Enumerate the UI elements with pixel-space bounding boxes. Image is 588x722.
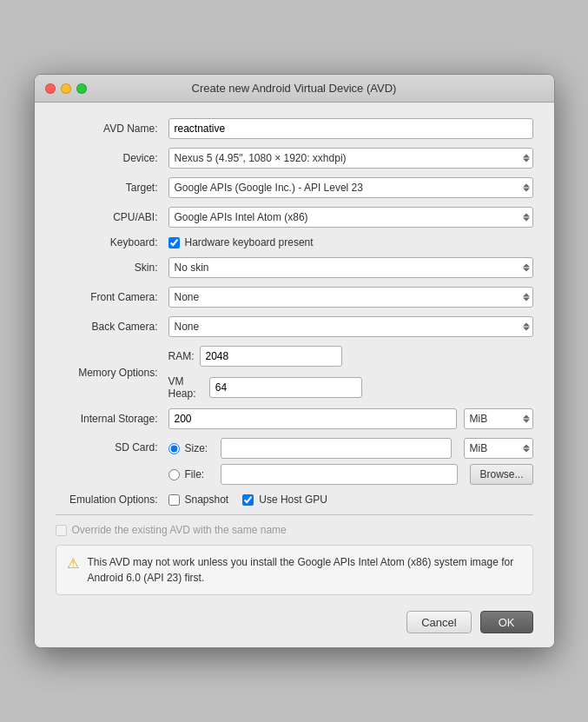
ram-input[interactable]	[200, 346, 342, 367]
device-select[interactable]: Nexus 5 (4.95", 1080 × 1920: xxhdpi)	[168, 148, 533, 169]
sdcard-file-input[interactable]	[221, 464, 459, 485]
internal-storage-input[interactable]	[168, 408, 457, 429]
keyboard-option-label: Hardware keyboard present	[185, 236, 314, 248]
storage-unit-wrapper: MiB	[464, 408, 533, 429]
front-camera-control: None	[168, 287, 533, 308]
sdcard-unit-wrapper: MiB	[464, 438, 533, 459]
traffic-lights	[45, 83, 87, 94]
front-camera-row: Front Camera: None	[56, 287, 533, 308]
sdcard-size-radio[interactable]	[168, 443, 180, 454]
minimize-button[interactable]	[61, 83, 71, 94]
sdcard-options: Size: MiB	[168, 438, 533, 485]
divider	[56, 514, 533, 515]
snapshot-row: Snapshot	[168, 493, 229, 506]
keyboard-row: Keyboard: Hardware keyboard present	[56, 236, 533, 248]
storage-unit-select[interactable]: MiB	[464, 408, 533, 429]
sdcard-control: Size: MiB	[168, 438, 533, 485]
skin-control: No skin	[168, 257, 533, 278]
sdcard-file-label: File:	[185, 468, 215, 480]
snapshot-checkbox[interactable]	[168, 494, 180, 506]
cancel-button[interactable]: Cancel	[406, 611, 471, 633]
target-control: Google APIs (Google Inc.) - API Level 23	[168, 177, 533, 198]
device-control: Nexus 5 (4.95", 1080 × 1920: xxhdpi)	[168, 148, 533, 169]
emulation-row: Emulation Options: Snapshot Use Host GPU	[56, 493, 533, 506]
memory-options-label: Memory Options:	[56, 367, 168, 379]
warning-icon: ⚠	[67, 555, 79, 586]
use-host-gpu-checkbox[interactable]	[242, 494, 254, 506]
maximize-button[interactable]	[76, 83, 87, 94]
sdcard-file-radio[interactable]	[168, 469, 180, 480]
sdcard-row: SD Card: Size: MiB	[56, 438, 533, 485]
memory-row: RAM: VM Heap:	[168, 346, 533, 400]
title-bar: Create new Android Virtual Device (AVD)	[35, 75, 554, 103]
front-camera-select-wrapper: None	[168, 287, 533, 308]
front-camera-label: Front Camera:	[56, 291, 168, 303]
ram-group: RAM:	[168, 346, 342, 367]
avd-dialog: Create new Android Virtual Device (AVD) …	[34, 74, 555, 648]
internal-storage-label: Internal Storage:	[56, 413, 168, 425]
browse-button[interactable]: Browse...	[470, 464, 532, 485]
back-camera-row: Back Camera: None	[56, 316, 533, 337]
keyboard-control: Hardware keyboard present	[168, 236, 533, 248]
override-row: Override the existing AVD with the same …	[56, 524, 533, 545]
keyboard-label: Keyboard:	[56, 236, 168, 248]
sdcard-size-label: Size:	[185, 442, 215, 454]
override-label: Override the existing AVD with the same …	[72, 524, 287, 536]
device-label: Device:	[56, 152, 168, 164]
front-camera-select[interactable]: None	[168, 287, 533, 308]
sdcard-file-row: File: Browse...	[168, 464, 533, 485]
cpu-abi-select-wrapper: Google APIs Intel Atom (x86)	[168, 207, 533, 228]
button-row: Cancel OK	[56, 607, 533, 633]
sdcard-unit-select[interactable]: MiB	[464, 438, 533, 459]
dialog-title: Create new Android Virtual Device (AVD)	[192, 82, 397, 95]
skin-select-wrapper: No skin	[168, 257, 533, 278]
emulation-control: Snapshot Use Host GPU	[168, 493, 533, 506]
device-select-wrapper: Nexus 5 (4.95", 1080 × 1920: xxhdpi)	[168, 148, 533, 169]
memory-options-control: RAM: VM Heap:	[168, 346, 533, 400]
internal-storage-row: Internal Storage: MiB	[56, 408, 533, 429]
avd-name-row: AVD Name:	[56, 118, 533, 139]
emulation-label: Emulation Options:	[56, 493, 168, 506]
warning-text: This AVD may not work unless you install…	[88, 554, 522, 586]
snapshot-label: Snapshot	[185, 493, 229, 506]
cpu-abi-select[interactable]: Google APIs Intel Atom (x86)	[168, 207, 533, 228]
storage-row: MiB	[168, 408, 533, 429]
target-label: Target:	[56, 182, 168, 194]
emulation-options: Snapshot Use Host GPU	[168, 493, 533, 506]
target-select-wrapper: Google APIs (Google Inc.) - API Level 23	[168, 177, 533, 198]
sdcard-size-row: Size: MiB	[168, 438, 533, 459]
cpu-abi-control: Google APIs Intel Atom (x86)	[168, 207, 533, 228]
cpu-abi-row: CPU/ABI: Google APIs Intel Atom (x86)	[56, 207, 533, 228]
skin-label: Skin:	[56, 262, 168, 274]
avd-name-label: AVD Name:	[56, 123, 168, 135]
avd-name-input[interactable]	[168, 118, 533, 139]
memory-options-row: Memory Options: RAM: VM Heap:	[56, 346, 533, 400]
vm-heap-label: VM Heap:	[168, 375, 204, 400]
back-camera-control: None	[168, 316, 533, 337]
ok-button[interactable]: OK	[480, 611, 533, 633]
skin-select[interactable]: No skin	[168, 257, 533, 278]
warning-section: ⚠ This AVD may not work unless you insta…	[56, 545, 533, 595]
internal-storage-control: MiB	[168, 408, 533, 429]
close-button[interactable]	[45, 83, 56, 94]
sdcard-label: SD Card:	[56, 438, 168, 454]
back-camera-label: Back Camera:	[56, 321, 168, 333]
back-camera-select[interactable]: None	[168, 316, 533, 337]
use-host-gpu-label: Use Host GPU	[259, 493, 327, 506]
target-select[interactable]: Google APIs (Google Inc.) - API Level 23	[168, 177, 533, 198]
vm-heap-group: VM Heap:	[168, 375, 362, 400]
use-host-gpu-row: Use Host GPU	[242, 493, 327, 506]
device-row: Device: Nexus 5 (4.95", 1080 × 1920: xxh…	[56, 148, 533, 169]
ram-label: RAM:	[168, 350, 195, 362]
sdcard-size-input[interactable]	[221, 438, 452, 459]
override-checkbox[interactable]	[56, 525, 67, 536]
back-camera-select-wrapper: None	[168, 316, 533, 337]
skin-row: Skin: No skin	[56, 257, 533, 278]
cpu-abi-label: CPU/ABI:	[56, 211, 168, 223]
keyboard-checkbox[interactable]	[168, 237, 180, 248]
dialog-content: AVD Name: Device: Nexus 5 (4.95", 1080 ×…	[35, 103, 554, 647]
vm-heap-input[interactable]	[209, 377, 362, 398]
avd-name-control	[168, 118, 533, 139]
target-row: Target: Google APIs (Google Inc.) - API …	[56, 177, 533, 198]
keyboard-checkbox-row: Hardware keyboard present	[168, 236, 533, 248]
